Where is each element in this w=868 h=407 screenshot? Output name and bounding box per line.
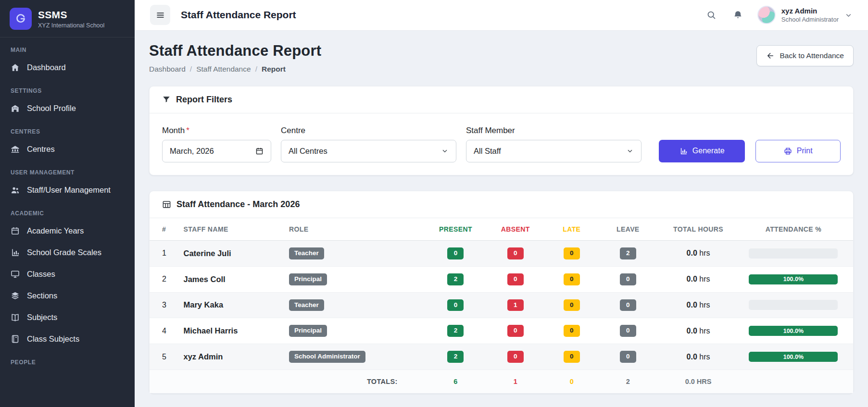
attendance-table: # STAFF NAME ROLE PRESENT ABSENT LATE LE… <box>150 218 853 393</box>
breadcrumb-staff-attendance[interactable]: Staff Attendance <box>196 65 251 74</box>
chevron-down-icon <box>441 147 449 155</box>
col-attendance-pct: ATTENDANCE % <box>741 218 853 241</box>
sidebar-item-label: Academic Years <box>27 226 84 235</box>
sidebar-section-centres: CENTRES <box>0 119 135 138</box>
main-column: Staff Attendance Report xyz Admin School… <box>135 0 868 407</box>
generate-button[interactable]: Generate <box>659 140 745 162</box>
month-field: Month* March, 2026 <box>162 126 271 162</box>
staff-member-label: Staff Member <box>466 126 642 136</box>
sidebar-item-label: Subjects <box>27 313 57 322</box>
sidebar-item-staff-user-management[interactable]: Staff/User Management <box>0 179 135 201</box>
page-content: Staff Attendance Report Dashboard / Staf… <box>135 31 868 407</box>
sidebar-item-school-grade-scales[interactable]: School Grade Scales <box>0 242 135 263</box>
sidebar-item-subjects[interactable]: Subjects <box>0 307 135 328</box>
attendance-table-card: Staff Attendance - March 2026 # STAFF NA… <box>149 191 854 394</box>
staff-member-select[interactable]: All Staff <box>466 140 642 162</box>
sidebar-item-label: Sections <box>27 291 57 300</box>
centre-value: All Centres <box>289 147 327 156</box>
sidebar-item-sections[interactable]: Sections <box>0 285 135 307</box>
month-value: March, 2026 <box>170 147 214 156</box>
journal-icon <box>11 334 20 344</box>
breadcrumb-separator: / <box>255 65 257 74</box>
book-icon <box>11 313 20 322</box>
leave-badge: 2 <box>620 247 636 259</box>
printer-icon <box>784 147 792 155</box>
sidebar-item-label: Classes <box>27 270 55 279</box>
user-role: School Administrator <box>781 16 839 23</box>
col-present: PRESENT <box>424 218 488 241</box>
table-row: 5 xyz Admin School Administrator 2 0 0 0… <box>150 344 853 370</box>
sidebar-item-class-subjects[interactable]: Class Subjects <box>0 328 135 350</box>
staff-name: Mary Kaka <box>178 292 283 318</box>
generate-label: Generate <box>692 147 725 155</box>
filters-body: Month* March, 2026 Centre All Centres St… <box>150 113 853 175</box>
calendar-icon <box>11 226 20 235</box>
centre-field: Centre All Centres <box>281 126 456 162</box>
topbar-actions: xyz Admin School Administrator <box>704 6 853 24</box>
attendance-bar <box>749 300 838 310</box>
sidebar-item-label: School Grade Scales <box>27 248 101 257</box>
search-button[interactable] <box>704 8 718 22</box>
absent-badge: 0 <box>507 247 524 259</box>
user-menu[interactable]: xyz Admin School Administrator <box>757 6 853 24</box>
attendance-bar: 100.0% <box>749 326 838 336</box>
attendance-bar-fill: 100.0% <box>749 326 838 336</box>
filters-card-header: Report Filters <box>150 86 853 113</box>
sidebar-item-classes[interactable]: Classes <box>0 263 135 285</box>
month-input[interactable]: March, 2026 <box>162 140 271 162</box>
sidebar-nav: MAIN Dashboard SETTINGS School Profile C… <box>0 37 135 369</box>
row-index: 5 <box>150 344 178 370</box>
school-building-icon <box>11 104 20 113</box>
attendance-bar-fill: 100.0% <box>749 352 838 362</box>
sidebar-item-school-profile[interactable]: School Profile <box>0 98 135 119</box>
filters-title: Report Filters <box>176 95 232 105</box>
topbar-title: Staff Attendance Report <box>181 9 296 21</box>
sidebar-section-main: MAIN <box>0 37 135 57</box>
user-info: xyz Admin School Administrator <box>781 7 839 23</box>
app-logo[interactable]: SSMS XYZ International School <box>0 0 135 37</box>
back-to-attendance-button[interactable]: Back to Attendance <box>756 45 854 66</box>
sidebar-section-settings: SETTINGS <box>0 78 135 98</box>
late-badge: 0 <box>564 351 580 363</box>
bank-building-icon <box>11 145 20 154</box>
sidebar: SSMS XYZ International School MAIN Dashb… <box>0 0 135 407</box>
present-badge: 0 <box>447 299 464 311</box>
bell-icon <box>733 10 743 20</box>
absent-badge: 0 <box>507 325 524 337</box>
sidebar-item-label: School Profile <box>27 104 76 113</box>
table-icon <box>162 200 171 209</box>
notifications-button[interactable] <box>731 8 745 22</box>
sidebar-item-label: Dashboard <box>27 63 66 72</box>
sidebar-item-centres[interactable]: Centres <box>0 138 135 160</box>
leave-badge: 0 <box>620 325 636 337</box>
app-logo-text: SSMS XYZ International School <box>38 9 104 29</box>
col-role: ROLE <box>283 218 424 241</box>
school-name: XYZ International School <box>38 22 104 29</box>
attendance-bar: 100.0% <box>749 274 838 284</box>
absent-badge: 0 <box>507 273 524 285</box>
page-title: Staff Attendance Report <box>149 42 321 60</box>
sidebar-item-academic-years[interactable]: Academic Years <box>0 220 135 242</box>
col-index: # <box>150 218 178 241</box>
col-staff-name: STAFF NAME <box>178 218 283 241</box>
print-label: Print <box>797 147 813 155</box>
total-hours: 0.0 hrs <box>656 344 741 370</box>
search-icon <box>706 10 717 20</box>
staff-name: James Coll <box>178 266 283 292</box>
breadcrumb-dashboard[interactable]: Dashboard <box>149 65 186 74</box>
row-index: 3 <box>150 292 178 318</box>
print-button[interactable]: Print <box>755 140 841 162</box>
present-badge: 2 <box>447 273 464 285</box>
staff-name: Michael Harris <box>178 318 283 344</box>
centre-select[interactable]: All Centres <box>281 140 456 162</box>
sidebar-toggle-button[interactable] <box>150 5 170 25</box>
table-title: Staff Attendance - March 2026 <box>176 199 300 210</box>
back-button-label: Back to Attendance <box>780 51 844 60</box>
user-name: xyz Admin <box>781 7 839 15</box>
role-badge: School Administrator <box>289 351 365 363</box>
totals-absent: 1 <box>487 370 543 394</box>
sidebar-item-dashboard[interactable]: Dashboard <box>0 57 135 78</box>
table-row: 3 Mary Kaka Teacher 0 1 0 0 0.0 hrs <box>150 292 853 318</box>
attendance-bar: 100.0% <box>749 352 838 362</box>
total-hours: 0.0 hrs <box>656 318 741 344</box>
